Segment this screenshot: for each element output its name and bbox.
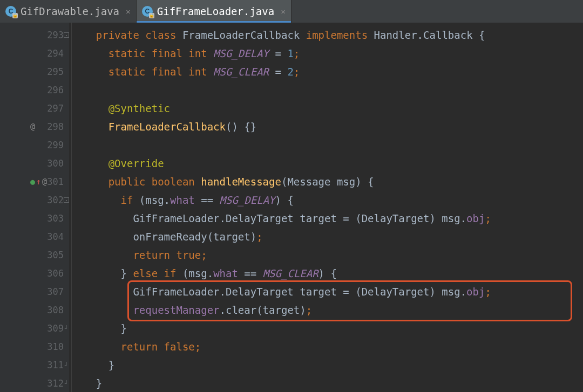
token (71, 231, 133, 243)
gutter-line[interactable]: 309┘ (0, 319, 69, 338)
token (71, 176, 109, 188)
java-class-icon: C🔒 (5, 6, 16, 17)
token: == (244, 267, 262, 279)
tab-bar: C🔒 GifDrawable.java × C🔒 GifFrameLoader.… (0, 0, 583, 23)
token: } (121, 267, 133, 279)
token: (Message msg) { (281, 176, 374, 188)
token: static final int (109, 66, 213, 78)
gutter-line[interactable]: 295 (0, 63, 69, 81)
code-line[interactable]: } (69, 319, 583, 338)
token: public boolean (109, 176, 201, 188)
gutter-line[interactable]: 308 (0, 301, 69, 319)
code-line[interactable]: } (69, 374, 583, 392)
token: MSG_CLEAR (213, 66, 269, 78)
token: what (213, 267, 244, 279)
gutter-line[interactable]: 302- (0, 191, 69, 209)
token: what (170, 194, 201, 206)
line-number: 298 (38, 121, 64, 132)
tab-gifdrawable[interactable]: C🔒 GifDrawable.java × (0, 0, 137, 23)
token: ; (195, 341, 201, 353)
gutter-line[interactable]: 294 (0, 44, 69, 63)
token: onFrameReady(target) (133, 231, 256, 243)
code-line[interactable]: static final int MSG_CLEAR = 2; (69, 63, 583, 81)
token: } (121, 322, 127, 334)
code-line[interactable]: @Synthetic (69, 99, 583, 118)
token: handleMessage (201, 176, 281, 188)
code-line[interactable]: return false; (69, 338, 583, 356)
line-number: 303 (38, 213, 64, 224)
gutter-line[interactable]: 299 (0, 136, 69, 154)
code-line[interactable]: @Override (69, 154, 583, 173)
gutter-line[interactable]: 297 (0, 99, 69, 118)
editor: 293-294295296297298@299300301●↑ @302-303… (0, 23, 583, 392)
override-marker-icon[interactable]: ●↑ @ (30, 177, 47, 187)
token (71, 304, 133, 316)
code-line[interactable] (69, 136, 583, 154)
token (71, 212, 133, 224)
token: ; (306, 304, 312, 316)
gutter-line[interactable]: 301●↑ @ (0, 173, 69, 191)
code-line[interactable]: GifFrameLoader.DelayTarget target = (Del… (69, 209, 583, 228)
line-number: 299 (38, 140, 64, 150)
line-number: 300 (38, 158, 64, 169)
token: ; (294, 47, 300, 59)
line-number: 305 (38, 250, 64, 260)
code-line[interactable]: onFrameReady(target); (69, 228, 583, 246)
close-icon[interactable]: × (281, 7, 286, 16)
token (71, 249, 133, 261)
code-line[interactable]: return true; (69, 246, 583, 264)
code-line[interactable]: static final int MSG_DELAY = 1; (69, 44, 583, 63)
token (71, 341, 121, 353)
token: requestManager (133, 304, 219, 316)
token: static final int (109, 47, 213, 59)
token: MSG_DELAY (220, 194, 275, 206)
line-number: 297 (38, 103, 64, 114)
token: private class (96, 29, 182, 41)
token (71, 29, 96, 41)
code-line[interactable]: public boolean handleMessage(Message msg… (69, 173, 583, 191)
token: ; (294, 66, 300, 78)
gutter[interactable]: 293-294295296297298@299300301●↑ @302-303… (0, 23, 69, 392)
gutter-line[interactable]: 305 (0, 246, 69, 264)
code-line[interactable] (69, 81, 583, 99)
token: .clear(target) (220, 304, 306, 316)
code-line[interactable]: FrameLoaderCallback() {} (69, 118, 583, 136)
token: = (269, 47, 287, 59)
token (71, 194, 121, 206)
token: GifFrameLoader.DelayTarget target = (Del… (133, 212, 466, 224)
tab-label: GifFrameLoader.java (157, 5, 274, 17)
close-icon[interactable]: × (126, 7, 131, 16)
code-line[interactable]: private class FrameLoaderCallback implem… (69, 26, 583, 44)
line-number: 302 (38, 195, 64, 205)
gutter-line[interactable]: 304 (0, 228, 69, 246)
gutter-line[interactable]: 293- (0, 26, 69, 44)
tab-label: GifDrawable.java (21, 5, 119, 17)
gutter-line[interactable]: 300 (0, 154, 69, 173)
gutter-line[interactable]: 307 (0, 283, 69, 301)
gutter-line[interactable]: 303 (0, 209, 69, 228)
gutter-line[interactable]: 311┘ (0, 356, 69, 374)
token: if (121, 194, 139, 206)
line-number: 293 (38, 30, 64, 40)
gutter-line[interactable]: 296 (0, 81, 69, 99)
tab-gifframeloader[interactable]: C🔒 GifFrameLoader.java × (137, 0, 292, 23)
code-line[interactable]: if (msg.what == MSG_DELAY) { (69, 191, 583, 209)
gutter-line[interactable]: 312┘ (0, 374, 69, 392)
token: } (96, 377, 102, 389)
code-line[interactable]: GifFrameLoader.DelayTarget target = (Del… (69, 283, 583, 301)
gutter-line[interactable]: 298@ (0, 118, 69, 136)
annotation-marker-icon: @ (30, 122, 35, 132)
code-line[interactable]: } (69, 356, 583, 374)
line-number: 294 (38, 48, 64, 59)
gutter-line[interactable]: 310 (0, 338, 69, 356)
code-area[interactable]: private class FrameLoaderCallback implem… (69, 23, 583, 392)
token: GifFrameLoader.DelayTarget target = (Del… (133, 286, 466, 298)
code-line[interactable]: requestManager.clear(target); (69, 301, 583, 319)
token: return true (133, 249, 201, 261)
line-number: 312 (38, 378, 64, 389)
token: ) { (318, 267, 337, 279)
gutter-line[interactable]: 306 (0, 264, 69, 283)
code-line[interactable]: } else if (msg.what == MSG_CLEAR) { (69, 264, 583, 283)
token: ; (485, 212, 491, 224)
token: MSG_CLEAR (263, 267, 318, 279)
